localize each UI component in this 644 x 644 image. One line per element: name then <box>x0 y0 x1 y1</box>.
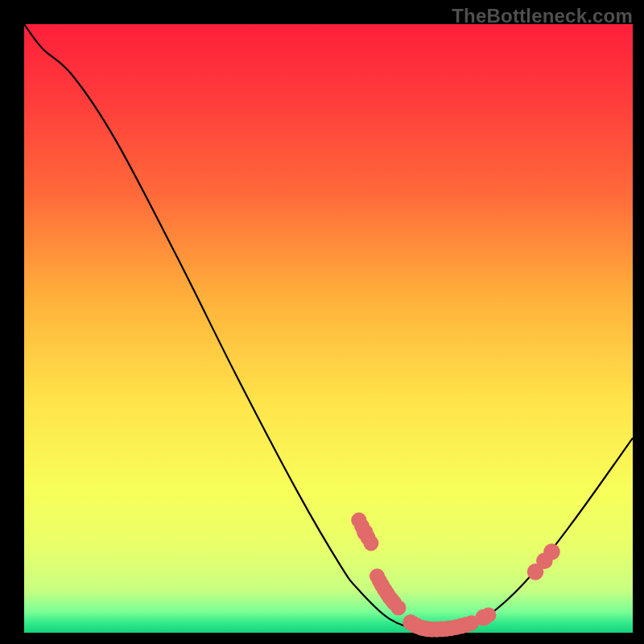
watermark-text: TheBottleneck.com <box>452 5 633 27</box>
data-marker <box>363 535 378 551</box>
chart-svg <box>0 0 644 644</box>
gradient-background <box>24 24 633 633</box>
data-marker <box>481 608 496 623</box>
bottleneck-chart: TheBottleneck.com <box>0 0 644 644</box>
data-marker <box>543 543 560 560</box>
data-marker <box>390 600 406 615</box>
